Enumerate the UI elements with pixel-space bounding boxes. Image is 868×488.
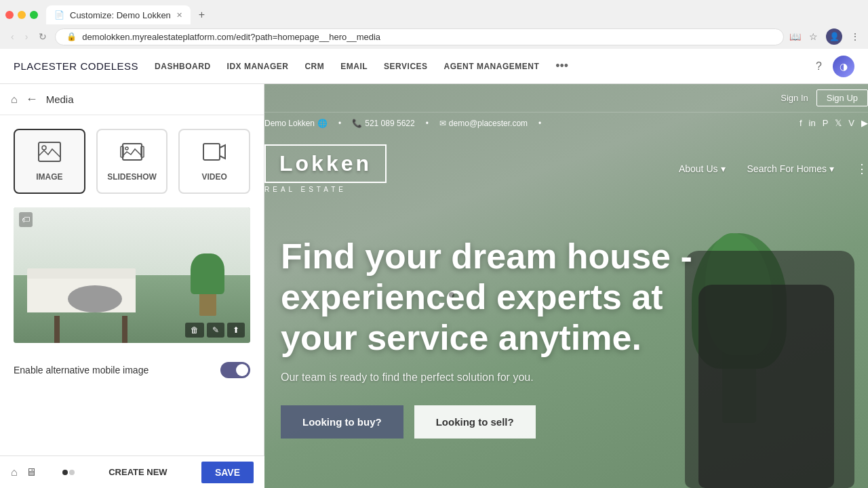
nav-more-button[interactable]: ••• [555, 59, 568, 73]
image-icon [37, 141, 62, 167]
hero-buttons: Looking to buy? Looking to sell? [281, 405, 736, 439]
bottom-bar: ⌂ 🖥 CREATE NEW SAVE [0, 455, 264, 488]
edit-image-button[interactable]: ✎ [207, 323, 224, 338]
social-icons: f in P 𝕏 V ▶ [800, 118, 868, 128]
email-icon: ✉ [439, 119, 446, 128]
brand-name: Lokken [264, 144, 387, 183]
url-text: demolokken.myrealestateplatform.com/edit… [82, 32, 380, 42]
dot-active [62, 470, 68, 475]
phone-number: 521 089 5622 [365, 119, 414, 128]
cursor [449, 292, 454, 298]
toggle-row: Enable alternative mobile image [0, 351, 264, 389]
create-new-button[interactable]: CREATE NEW [100, 462, 175, 483]
tab-title: Customize: Demo Lokken [70, 10, 171, 20]
svg-point-5 [125, 147, 128, 150]
vimeo-icon[interactable]: V [848, 118, 854, 128]
toggle-label: Enable alternative mobile image [14, 365, 149, 375]
panel-title: Media [46, 94, 74, 105]
site-brand-nav: Lokken REAL ESTATE About Us ▾ Search For… [264, 134, 868, 204]
site-contact-bar: Demo Lokken 🌐 • 📞 521 089 5622 • ✉ demo@… [264, 113, 868, 134]
nav-item-email[interactable]: EMAIL [340, 62, 368, 71]
phone-icon: 📞 [352, 119, 362, 128]
nav-search-homes[interactable]: Search For Homes ▾ [747, 163, 834, 174]
minimize-button[interactable] [18, 11, 26, 19]
cta-buy-button[interactable]: Looking to buy? [281, 405, 403, 439]
facebook-icon[interactable]: f [800, 118, 802, 128]
sign-in-link[interactable]: Sign In [781, 93, 808, 103]
main-nav: DASHBOARD IDX MANAGER CRM EMAIL SERVICES… [155, 59, 800, 73]
panel-home-button[interactable]: ⌂ [11, 94, 18, 106]
hero-subtitle: Our team is ready to find the perfect so… [281, 371, 736, 384]
reader-mode-icon[interactable]: 📖 [789, 31, 801, 42]
desktop-icon[interactable]: 🖥 [26, 466, 37, 479]
hero-content: Find your dream house - experienced expe… [264, 204, 753, 460]
image-preview: 🏷 🗑 ✎ ⬆ [14, 207, 250, 343]
chevron-down-icon: ▾ [721, 163, 726, 174]
mobile-image-toggle[interactable] [220, 362, 250, 378]
site-nav-more-button[interactable]: ⋮ [856, 161, 868, 176]
email-address: demo@placester.com [449, 119, 528, 128]
incognito-badge: 👤 [826, 28, 842, 45]
svg-rect-6 [203, 144, 220, 160]
avatar-globe-icon: 🌐 [317, 119, 328, 128]
image-overlay-icons: 🏷 [19, 213, 33, 225]
site-top-bar: Sign In Sign Up [264, 84, 868, 113]
save-button[interactable]: SAVE [201, 462, 254, 483]
nav-item-idx-manager[interactable]: IDX MANAGER [227, 62, 289, 71]
cta-sell-button[interactable]: Looking to sell? [414, 405, 536, 439]
fullscreen-button[interactable] [30, 11, 38, 19]
image-tag-icon: 🏷 [19, 212, 33, 227]
reload-button[interactable]: ↻ [36, 30, 50, 43]
tab-favicon: 📄 [54, 10, 64, 20]
media-option-slideshow[interactable]: SLIDESHOW [96, 129, 168, 194]
dot-inactive [69, 470, 75, 475]
bookmark-icon[interactable]: ☆ [809, 31, 818, 42]
nav-item-crm[interactable]: CRM [304, 62, 324, 71]
image-actions: 🗑 ✎ ⬆ [185, 323, 245, 338]
hero-title: Find your dream house - experienced expe… [281, 237, 736, 358]
svg-rect-0 [39, 142, 60, 161]
slideshow-icon [120, 141, 144, 167]
youtube-icon[interactable]: ▶ [861, 118, 868, 128]
more-options-icon[interactable]: ⋮ [850, 31, 860, 42]
media-option-image[interactable]: IMAGE [14, 129, 85, 194]
brand-sub: REAL ESTATE [264, 186, 387, 193]
chevron-down-icon-2: ▾ [829, 163, 834, 174]
back-nav-button[interactable]: ‹ [8, 30, 17, 43]
site-brand: Lokken REAL ESTATE [264, 144, 387, 193]
new-tab-button[interactable]: + [193, 6, 210, 24]
slideshow-label: SLIDESHOW [107, 172, 157, 182]
sign-up-button[interactable]: Sign Up [816, 89, 868, 106]
nav-about-us[interactable]: About Us ▾ [679, 163, 726, 174]
sidebar-panel: ⌂ ← Media IMAGE [0, 84, 264, 488]
agent-name-label: Demo Lokken [264, 119, 315, 128]
url-bar[interactable]: 🔒 demolokken.myrealestateplatform.com/ed… [55, 28, 784, 45]
tab-close-icon[interactable]: ✕ [176, 11, 182, 20]
traffic-lights [5, 11, 38, 19]
upload-image-button[interactable]: ⬆ [227, 323, 245, 338]
browser-tab[interactable]: 📄 Customize: Demo Lokken ✕ [46, 5, 191, 24]
video-icon [202, 141, 226, 167]
nav-item-dashboard[interactable]: DASHBOARD [155, 62, 211, 71]
video-label: VIDEO [202, 172, 227, 182]
help-icon[interactable]: ? [816, 60, 822, 73]
home-icon[interactable]: ⌂ [11, 466, 18, 479]
nav-item-agent-management[interactable]: AGENT MANAGEMENT [444, 62, 540, 71]
preview-area: Sign In Sign Up Demo Lokken 🌐 • 📞 521 08… [264, 84, 868, 488]
delete-image-button[interactable]: 🗑 [185, 323, 204, 338]
panel-back-button[interactable]: ← [26, 92, 38, 106]
nav-item-services[interactable]: SERVICES [384, 62, 427, 71]
close-button[interactable] [5, 11, 14, 19]
media-option-video[interactable]: VIDEO [178, 129, 250, 194]
linkedin-icon[interactable]: in [809, 118, 816, 128]
panel-header: ⌂ ← Media [0, 84, 264, 115]
logo: PLACESTER CODELESS [14, 60, 138, 72]
twitter-icon[interactable]: 𝕏 [835, 118, 842, 128]
avatar-icon: ◑ [840, 61, 848, 72]
pinterest-icon[interactable]: P [823, 118, 829, 128]
forward-nav-button[interactable]: › [22, 30, 31, 43]
logo-main: PLACESTER [14, 60, 77, 72]
user-avatar[interactable]: ◑ [833, 56, 854, 77]
media-options: IMAGE SLIDESHOW [0, 115, 264, 207]
svg-rect-2 [123, 144, 142, 160]
